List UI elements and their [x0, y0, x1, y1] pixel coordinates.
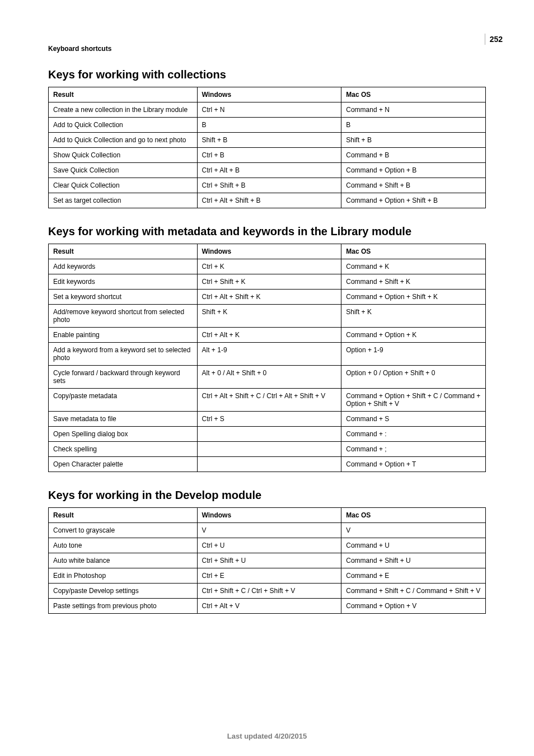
cell-result: Set as target collection — [49, 193, 198, 208]
cell-macos: Command + Option + K — [341, 328, 486, 343]
cell-macos: Command + Option + T — [341, 457, 486, 472]
cell-windows: Shift + K — [197, 305, 341, 328]
table-row: Edit in PhotoshopCtrl + ECommand + E — [49, 568, 486, 584]
cell-windows: B — [197, 118, 341, 133]
cell-result: Show Quick Collection — [49, 148, 198, 163]
cell-result: Open Spelling dialog box — [49, 427, 198, 442]
cell-windows: Shift + B — [197, 133, 341, 148]
shortcut-table: Result Windows Mac OS Convert to graysca… — [48, 507, 486, 614]
cell-windows: Ctrl + K — [197, 259, 341, 274]
table-row: Enable paintingCtrl + Alt + KCommand + O… — [49, 328, 486, 343]
cell-result: Add/remove keyword shortcut from selecte… — [49, 305, 198, 328]
page-number: 252 — [485, 34, 503, 45]
section-collections: Keys for working with collections Result… — [48, 68, 486, 208]
cell-windows: Ctrl + Shift + U — [197, 553, 341, 568]
cell-macos: Command + Shift + C / Command + Shift + … — [341, 584, 486, 599]
col-macos: Mac OS — [341, 87, 486, 102]
cell-result: Auto tone — [49, 538, 198, 553]
table-row: Save metadata to fileCtrl + SCommand + S — [49, 412, 486, 427]
table-header-row: Result Windows Mac OS — [49, 244, 486, 259]
cell-macos: Command + S — [341, 412, 486, 427]
cell-windows — [197, 457, 341, 472]
col-windows: Windows — [197, 508, 341, 523]
table-row: Copy/paste Develop settingsCtrl + Shift … — [49, 584, 486, 599]
shortcut-table: Result Windows Mac OS Create a new colle… — [48, 87, 486, 208]
cell-result: Cycle forward / backward through keyword… — [49, 366, 198, 389]
cell-macos: Command + ; — [341, 442, 486, 457]
cell-windows: Alt + 0 / Alt + Shift + 0 — [197, 366, 341, 389]
cell-result: Set a keyword shortcut — [49, 290, 198, 305]
cell-windows: Ctrl + B — [197, 148, 341, 163]
cell-macos: Command + : — [341, 427, 486, 442]
cell-result: Save metadata to file — [49, 412, 198, 427]
cell-result: Convert to grayscale — [49, 523, 198, 538]
cell-windows: Ctrl + S — [197, 412, 341, 427]
cell-result: Enable painting — [49, 328, 198, 343]
section-develop: Keys for working in the Develop module R… — [48, 489, 486, 614]
cell-macos: Command + Option + V — [341, 599, 486, 614]
col-result: Result — [49, 244, 198, 259]
table-row: Add a keyword from a keyword set to sele… — [49, 343, 486, 366]
section-tag: Keyboard shortcuts — [48, 45, 486, 53]
cell-windows: V — [197, 523, 341, 538]
cell-windows: Ctrl + Alt + Shift + K — [197, 290, 341, 305]
cell-windows: Ctrl + U — [197, 538, 341, 553]
cell-result: Open Character palette — [49, 457, 198, 472]
cell-result: Add to Quick Collection — [49, 118, 198, 133]
cell-macos: Command + U — [341, 538, 486, 553]
table-row: Paste settings from previous photoCtrl +… — [49, 599, 486, 614]
table-row: Add/remove keyword shortcut from selecte… — [49, 305, 486, 328]
table-header-row: Result Windows Mac OS — [49, 87, 486, 102]
table-row: Check spellingCommand + ; — [49, 442, 486, 457]
table-row: Copy/paste metadataCtrl + Alt + Shift + … — [49, 389, 486, 412]
cell-macos: Command + Shift + U — [341, 553, 486, 568]
table-row: Add to Quick Collection and go to next p… — [49, 133, 486, 148]
cell-macos: V — [341, 523, 486, 538]
table-row: Clear Quick CollectionCtrl + Shift + BCo… — [49, 178, 486, 193]
cell-macos: Option + 1-9 — [341, 343, 486, 366]
cell-result: Paste settings from previous photo — [49, 599, 198, 614]
cell-windows: Ctrl + Shift + C / Ctrl + Shift + V — [197, 584, 341, 599]
cell-windows — [197, 442, 341, 457]
cell-result: Add a keyword from a keyword set to sele… — [49, 343, 198, 366]
cell-macos: Command + N — [341, 102, 486, 118]
cell-macos: Option + 0 / Option + Shift + 0 — [341, 366, 486, 389]
cell-windows: Ctrl + Shift + K — [197, 274, 341, 290]
cell-result: Copy/paste metadata — [49, 389, 198, 412]
cell-result: Create a new collection in the Library m… — [49, 102, 198, 118]
section-title: Keys for working with collections — [48, 68, 486, 81]
cell-result: Add keywords — [49, 259, 198, 274]
cell-macos: Command + B — [341, 148, 486, 163]
col-macos: Mac OS — [341, 508, 486, 523]
table-row: Cycle forward / backward through keyword… — [49, 366, 486, 389]
table-row: Show Quick CollectionCtrl + BCommand + B — [49, 148, 486, 163]
section-title: Keys for working with metadata and keywo… — [48, 225, 486, 238]
table-row: Create a new collection in the Library m… — [49, 102, 486, 118]
table-row: Save Quick CollectionCtrl + Alt + BComma… — [49, 163, 486, 178]
cell-result: Copy/paste Develop settings — [49, 584, 198, 599]
cell-macos: Command + Shift + B — [341, 178, 486, 193]
cell-windows: Ctrl + Alt + B — [197, 163, 341, 178]
cell-result: Edit keywords — [49, 274, 198, 290]
table-row: Set as target collectionCtrl + Alt + Shi… — [49, 193, 486, 208]
cell-windows: Alt + 1-9 — [197, 343, 341, 366]
cell-windows: Ctrl + Alt + V — [197, 599, 341, 614]
table-row: Auto toneCtrl + UCommand + U — [49, 538, 486, 553]
cell-result: Auto white balance — [49, 553, 198, 568]
cell-windows: Ctrl + Alt + K — [197, 328, 341, 343]
cell-macos: Command + Option + Shift + B — [341, 193, 486, 208]
cell-macos: Command + Shift + K — [341, 274, 486, 290]
cell-windows: Ctrl + Alt + Shift + C / Ctrl + Alt + Sh… — [197, 389, 341, 412]
cell-macos: Command + K — [341, 259, 486, 274]
section-title: Keys for working in the Develop module — [48, 489, 486, 502]
col-result: Result — [49, 508, 198, 523]
cell-macos: Command + E — [341, 568, 486, 584]
cell-windows: Ctrl + N — [197, 102, 341, 118]
table-row: Add to Quick CollectionBB — [49, 118, 486, 133]
cell-result: Add to Quick Collection and go to next p… — [49, 133, 198, 148]
cell-result: Check spelling — [49, 442, 198, 457]
section-metadata: Keys for working with metadata and keywo… — [48, 225, 486, 472]
col-macos: Mac OS — [341, 244, 486, 259]
cell-windows: Ctrl + E — [197, 568, 341, 584]
col-result: Result — [49, 87, 198, 102]
